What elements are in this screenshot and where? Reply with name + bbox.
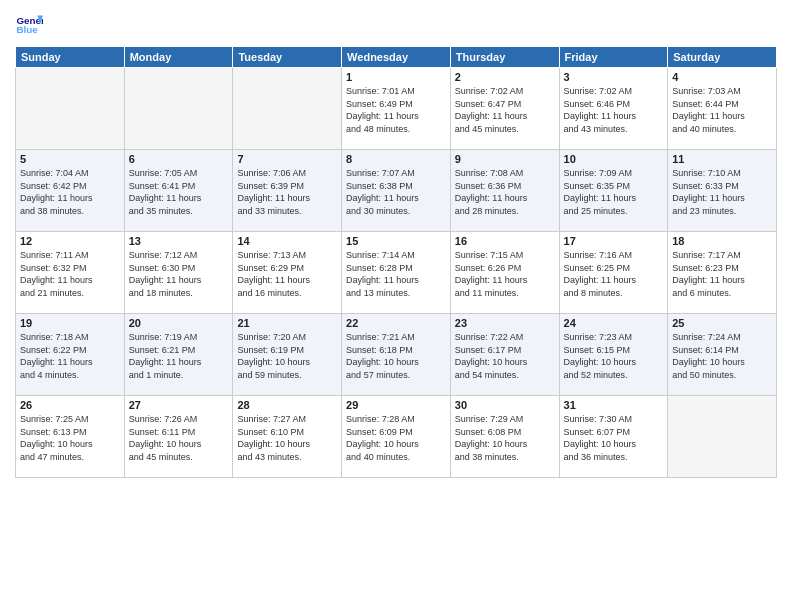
header-tuesday: Tuesday [233, 47, 342, 68]
header-wednesday: Wednesday [342, 47, 451, 68]
day-info: Sunrise: 7:10 AM Sunset: 6:33 PM Dayligh… [672, 167, 772, 217]
day-info: Sunrise: 7:08 AM Sunset: 6:36 PM Dayligh… [455, 167, 555, 217]
day-number: 15 [346, 235, 446, 247]
calendar-cell: 30Sunrise: 7:29 AM Sunset: 6:08 PM Dayli… [450, 396, 559, 478]
day-info: Sunrise: 7:11 AM Sunset: 6:32 PM Dayligh… [20, 249, 120, 299]
day-info: Sunrise: 7:17 AM Sunset: 6:23 PM Dayligh… [672, 249, 772, 299]
calendar-cell: 9Sunrise: 7:08 AM Sunset: 6:36 PM Daylig… [450, 150, 559, 232]
header-thursday: Thursday [450, 47, 559, 68]
calendar-week-row: 12Sunrise: 7:11 AM Sunset: 6:32 PM Dayli… [16, 232, 777, 314]
day-info: Sunrise: 7:03 AM Sunset: 6:44 PM Dayligh… [672, 85, 772, 135]
day-info: Sunrise: 7:06 AM Sunset: 6:39 PM Dayligh… [237, 167, 337, 217]
calendar-cell [668, 396, 777, 478]
calendar-cell: 10Sunrise: 7:09 AM Sunset: 6:35 PM Dayli… [559, 150, 668, 232]
header-saturday: Saturday [668, 47, 777, 68]
calendar-week-row: 19Sunrise: 7:18 AM Sunset: 6:22 PM Dayli… [16, 314, 777, 396]
calendar-cell: 17Sunrise: 7:16 AM Sunset: 6:25 PM Dayli… [559, 232, 668, 314]
calendar-cell: 19Sunrise: 7:18 AM Sunset: 6:22 PM Dayli… [16, 314, 125, 396]
day-info: Sunrise: 7:29 AM Sunset: 6:08 PM Dayligh… [455, 413, 555, 463]
day-number: 25 [672, 317, 772, 329]
day-info: Sunrise: 7:25 AM Sunset: 6:13 PM Dayligh… [20, 413, 120, 463]
day-info: Sunrise: 7:07 AM Sunset: 6:38 PM Dayligh… [346, 167, 446, 217]
calendar-cell: 20Sunrise: 7:19 AM Sunset: 6:21 PM Dayli… [124, 314, 233, 396]
calendar-cell: 26Sunrise: 7:25 AM Sunset: 6:13 PM Dayli… [16, 396, 125, 478]
day-number: 20 [129, 317, 229, 329]
day-info: Sunrise: 7:01 AM Sunset: 6:49 PM Dayligh… [346, 85, 446, 135]
calendar-cell: 6Sunrise: 7:05 AM Sunset: 6:41 PM Daylig… [124, 150, 233, 232]
day-info: Sunrise: 7:22 AM Sunset: 6:17 PM Dayligh… [455, 331, 555, 381]
calendar-cell: 25Sunrise: 7:24 AM Sunset: 6:14 PM Dayli… [668, 314, 777, 396]
day-number: 24 [564, 317, 664, 329]
day-info: Sunrise: 7:28 AM Sunset: 6:09 PM Dayligh… [346, 413, 446, 463]
calendar-cell: 1Sunrise: 7:01 AM Sunset: 6:49 PM Daylig… [342, 68, 451, 150]
calendar-cell: 22Sunrise: 7:21 AM Sunset: 6:18 PM Dayli… [342, 314, 451, 396]
day-number: 14 [237, 235, 337, 247]
day-info: Sunrise: 7:23 AM Sunset: 6:15 PM Dayligh… [564, 331, 664, 381]
logo: General Blue [15, 10, 45, 38]
day-info: Sunrise: 7:18 AM Sunset: 6:22 PM Dayligh… [20, 331, 120, 381]
day-info: Sunrise: 7:05 AM Sunset: 6:41 PM Dayligh… [129, 167, 229, 217]
calendar-cell: 28Sunrise: 7:27 AM Sunset: 6:10 PM Dayli… [233, 396, 342, 478]
day-number: 11 [672, 153, 772, 165]
day-info: Sunrise: 7:27 AM Sunset: 6:10 PM Dayligh… [237, 413, 337, 463]
calendar-cell: 14Sunrise: 7:13 AM Sunset: 6:29 PM Dayli… [233, 232, 342, 314]
day-info: Sunrise: 7:24 AM Sunset: 6:14 PM Dayligh… [672, 331, 772, 381]
day-number: 26 [20, 399, 120, 411]
calendar-cell: 15Sunrise: 7:14 AM Sunset: 6:28 PM Dayli… [342, 232, 451, 314]
day-info: Sunrise: 7:30 AM Sunset: 6:07 PM Dayligh… [564, 413, 664, 463]
day-number: 8 [346, 153, 446, 165]
logo-icon: General Blue [15, 10, 43, 38]
day-number: 21 [237, 317, 337, 329]
calendar-cell: 12Sunrise: 7:11 AM Sunset: 6:32 PM Dayli… [16, 232, 125, 314]
calendar-cell [16, 68, 125, 150]
calendar: SundayMondayTuesdayWednesdayThursdayFrid… [15, 46, 777, 478]
calendar-week-row: 26Sunrise: 7:25 AM Sunset: 6:13 PM Dayli… [16, 396, 777, 478]
day-info: Sunrise: 7:02 AM Sunset: 6:47 PM Dayligh… [455, 85, 555, 135]
calendar-cell: 24Sunrise: 7:23 AM Sunset: 6:15 PM Dayli… [559, 314, 668, 396]
day-number: 2 [455, 71, 555, 83]
day-number: 22 [346, 317, 446, 329]
day-number: 19 [20, 317, 120, 329]
calendar-cell: 3Sunrise: 7:02 AM Sunset: 6:46 PM Daylig… [559, 68, 668, 150]
calendar-cell: 31Sunrise: 7:30 AM Sunset: 6:07 PM Dayli… [559, 396, 668, 478]
day-number: 4 [672, 71, 772, 83]
day-info: Sunrise: 7:13 AM Sunset: 6:29 PM Dayligh… [237, 249, 337, 299]
calendar-cell: 2Sunrise: 7:02 AM Sunset: 6:47 PM Daylig… [450, 68, 559, 150]
calendar-cell: 23Sunrise: 7:22 AM Sunset: 6:17 PM Dayli… [450, 314, 559, 396]
day-number: 30 [455, 399, 555, 411]
day-number: 10 [564, 153, 664, 165]
calendar-cell: 7Sunrise: 7:06 AM Sunset: 6:39 PM Daylig… [233, 150, 342, 232]
calendar-cell: 29Sunrise: 7:28 AM Sunset: 6:09 PM Dayli… [342, 396, 451, 478]
header-monday: Monday [124, 47, 233, 68]
day-number: 5 [20, 153, 120, 165]
day-info: Sunrise: 7:04 AM Sunset: 6:42 PM Dayligh… [20, 167, 120, 217]
day-info: Sunrise: 7:12 AM Sunset: 6:30 PM Dayligh… [129, 249, 229, 299]
day-info: Sunrise: 7:20 AM Sunset: 6:19 PM Dayligh… [237, 331, 337, 381]
day-number: 27 [129, 399, 229, 411]
day-number: 7 [237, 153, 337, 165]
day-number: 29 [346, 399, 446, 411]
header-sunday: Sunday [16, 47, 125, 68]
day-info: Sunrise: 7:26 AM Sunset: 6:11 PM Dayligh… [129, 413, 229, 463]
calendar-cell: 16Sunrise: 7:15 AM Sunset: 6:26 PM Dayli… [450, 232, 559, 314]
day-number: 23 [455, 317, 555, 329]
calendar-cell [124, 68, 233, 150]
day-number: 9 [455, 153, 555, 165]
day-number: 18 [672, 235, 772, 247]
calendar-cell: 8Sunrise: 7:07 AM Sunset: 6:38 PM Daylig… [342, 150, 451, 232]
calendar-week-row: 5Sunrise: 7:04 AM Sunset: 6:42 PM Daylig… [16, 150, 777, 232]
day-info: Sunrise: 7:21 AM Sunset: 6:18 PM Dayligh… [346, 331, 446, 381]
day-number: 17 [564, 235, 664, 247]
day-number: 31 [564, 399, 664, 411]
calendar-cell: 11Sunrise: 7:10 AM Sunset: 6:33 PM Dayli… [668, 150, 777, 232]
day-info: Sunrise: 7:09 AM Sunset: 6:35 PM Dayligh… [564, 167, 664, 217]
day-number: 28 [237, 399, 337, 411]
calendar-cell: 21Sunrise: 7:20 AM Sunset: 6:19 PM Dayli… [233, 314, 342, 396]
calendar-cell: 4Sunrise: 7:03 AM Sunset: 6:44 PM Daylig… [668, 68, 777, 150]
day-number: 12 [20, 235, 120, 247]
header-friday: Friday [559, 47, 668, 68]
day-info: Sunrise: 7:14 AM Sunset: 6:28 PM Dayligh… [346, 249, 446, 299]
calendar-cell [233, 68, 342, 150]
calendar-cell: 18Sunrise: 7:17 AM Sunset: 6:23 PM Dayli… [668, 232, 777, 314]
day-number: 1 [346, 71, 446, 83]
